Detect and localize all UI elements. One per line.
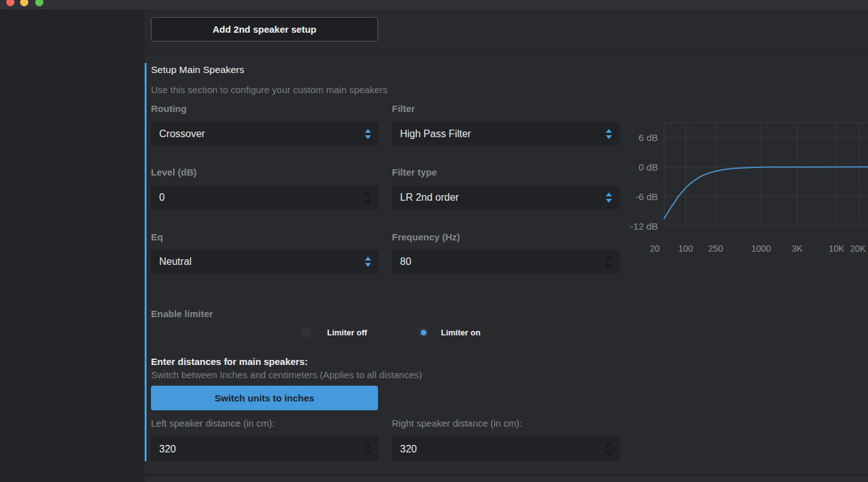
distances-title: Enter distances for main speakers: [151, 356, 308, 368]
x-tick-label: 3K [792, 244, 803, 254]
stepper-arrows-icon [364, 443, 371, 455]
filter-type-label: Filter type [392, 166, 437, 179]
filter-type-value: LR 2nd order [400, 186, 459, 209]
level-input[interactable]: 0 [151, 186, 379, 209]
limiter-off-label: Limiter off [327, 327, 367, 338]
close-button[interactable] [6, 0, 14, 6]
select-arrows-icon [365, 129, 371, 139]
section-divider [145, 55, 868, 56]
section-accent-bar [145, 63, 147, 461]
main-content: Add 2nd speaker setup Setup Main Speaker… [145, 9, 868, 482]
next-section-edge [145, 476, 868, 482]
limiter-on-radio[interactable]: Limiter on [418, 327, 487, 339]
frequency-value: 80 [400, 250, 411, 273]
y-tick-label: -6 dB [623, 191, 658, 202]
right-distance-input[interactable]: 320 [392, 437, 620, 461]
frequency-label: Frequency (Hz) [392, 231, 460, 244]
x-tick-label: 1000 [751, 244, 771, 254]
maximize-button[interactable] [35, 0, 43, 6]
x-tick-label: 100 [678, 244, 693, 254]
add-2nd-speaker-setup-button[interactable]: Add 2nd speaker setup [151, 17, 378, 42]
distances-subtitle: Switch between Inches and centimeters (A… [151, 369, 422, 381]
stepper-arrows-icon [605, 443, 612, 455]
eq-select[interactable]: Neutral [151, 250, 379, 273]
window-titlebar [0, 0, 868, 9]
select-arrows-icon [365, 257, 371, 267]
right-distance-value: 320 [400, 437, 417, 461]
eq-label: Eq [151, 231, 163, 244]
filter-type-select[interactable]: LR 2nd order [392, 186, 620, 209]
frequency-input[interactable]: 80 [392, 250, 620, 273]
switch-units-button[interactable]: Switch units to inches [151, 386, 378, 410]
routing-value: Crossover [159, 122, 205, 145]
filter-response-chart: 6 dB0 dB-6 dB-12 dB 2010025010003K10K20K [623, 113, 868, 258]
level-value: 0 [159, 186, 165, 209]
enable-limiter-label: Enable limiter [151, 308, 213, 320]
routing-label: Routing [151, 103, 187, 115]
filter-label: Filter [392, 103, 415, 115]
y-tick-label: 6 dB [623, 132, 658, 143]
y-tick-label: 0 dB [623, 162, 658, 172]
left-distance-value: 320 [159, 437, 176, 461]
level-label: Level (dB) [151, 166, 197, 179]
limiter-off-radio[interactable]: Limiter off [301, 327, 370, 339]
limiter-on-label: Limiter on [441, 327, 481, 338]
radio-icon [301, 327, 312, 338]
x-tick-label: 20 [650, 244, 660, 254]
select-arrows-icon [606, 129, 612, 139]
x-tick-label: 20K [850, 244, 866, 254]
eq-value: Neutral [159, 250, 192, 273]
y-tick-label: -12 dB [623, 221, 658, 232]
left-sidebar [0, 9, 145, 482]
filter-response-curve [623, 113, 868, 258]
routing-select[interactable]: Crossover [151, 122, 379, 145]
left-distance-label: Left speaker distance (in cm): [151, 417, 275, 430]
x-tick-label: 250 [708, 244, 723, 254]
stepper-arrows-icon [605, 255, 612, 267]
left-distance-input[interactable]: 320 [151, 437, 379, 461]
x-tick-label: 10K [829, 244, 845, 254]
stepper-arrows-icon [364, 191, 371, 203]
section-title: Setup Main Speakers [151, 64, 244, 76]
section-subtitle: Use this section to configure your custo… [151, 84, 387, 96]
radio-icon [418, 327, 429, 338]
minimize-button[interactable] [20, 0, 28, 6]
filter-select[interactable]: High Pass Filter [392, 122, 620, 145]
filter-value: High Pass Filter [400, 122, 471, 145]
select-arrows-icon [606, 193, 612, 203]
right-distance-label: Right speaker distance (in cm): [392, 417, 522, 430]
